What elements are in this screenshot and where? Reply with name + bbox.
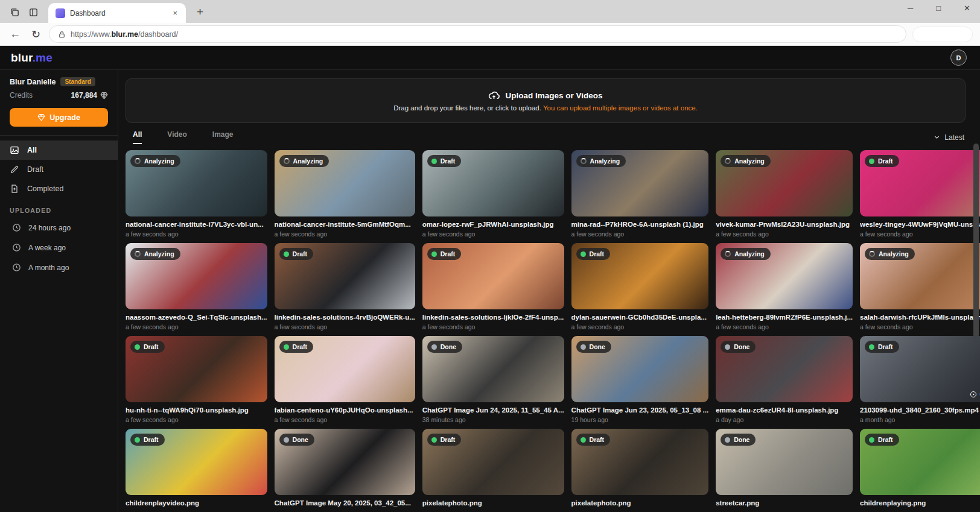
media-filename: linkedin-sales-solutions-4rvBjoQWERk-u..… xyxy=(275,314,415,321)
media-card[interactable]: Draft pixelatephoto.png xyxy=(422,429,564,512)
media-thumbnail[interactable]: Draft xyxy=(571,429,709,495)
scrollbar-thumb[interactable] xyxy=(973,144,979,338)
window-minimize-button[interactable]: ─ xyxy=(904,2,917,14)
media-card[interactable]: Analyzing national-cancer-institute-5mGm… xyxy=(275,150,415,238)
media-card[interactable]: Done ChatGPT Image Jun 24, 2025, 11_55_4… xyxy=(422,336,564,423)
media-thumbnail[interactable]: Draft xyxy=(422,429,564,495)
media-thumbnail[interactable]: Draft xyxy=(126,429,267,495)
sort-label: Latest xyxy=(944,133,964,142)
status-dot-icon xyxy=(284,437,289,443)
status-badge: Draft xyxy=(865,155,899,167)
media-card[interactable]: Analyzing naassom-azevedo-Q_Sei-TqSlc-un… xyxy=(126,243,267,330)
vertical-tabs-icon[interactable] xyxy=(28,7,39,17)
media-filename: ChatGPT Image Jun 23, 2025, 05_13_08 ... xyxy=(571,406,709,414)
media-card[interactable]: Analyzing vivek-kumar-PrwMsl2A23U-unspla… xyxy=(716,150,853,238)
upgrade-button[interactable]: Upgrade xyxy=(10,108,108,127)
tab-image[interactable]: Image xyxy=(212,130,234,144)
media-thumbnail[interactable]: Analyzing xyxy=(275,150,415,216)
media-thumbnail[interactable]: Done xyxy=(716,429,853,495)
sidebar-item-draft[interactable]: Draft xyxy=(0,160,118,179)
media-thumbnail[interactable]: Draft 01:00 xyxy=(860,336,980,402)
media-card[interactable]: Draft hu-nh-ti-n--tqWA9hQi70-unsplash.jp… xyxy=(126,336,267,423)
status-badge: Analyzing xyxy=(130,248,180,260)
tab-close-icon[interactable]: × xyxy=(170,8,180,17)
media-card[interactable]: Draft wesley-tingey-4WUwF9jVqMU-unsplash… xyxy=(860,150,980,238)
media-thumbnail[interactable]: Draft xyxy=(275,336,415,402)
media-card[interactable]: Analyzing national-cancer-institute-i7VL… xyxy=(126,150,267,238)
window-maximize-button[interactable]: □ xyxy=(932,2,944,14)
media-card[interactable]: Done ChatGPT Image Jun 23, 2025, 05_13_0… xyxy=(571,336,709,423)
sidebar-divider xyxy=(0,135,118,136)
window-close-button[interactable]: ✕ xyxy=(960,2,974,14)
media-card[interactable]: Draft linkedin-sales-solutions-4rvBjoQWE… xyxy=(275,243,415,330)
status-dot-icon xyxy=(431,437,437,443)
address-bar[interactable]: https://www.blur.me/dashboard/ xyxy=(49,25,906,43)
media-thumbnail[interactable]: Draft xyxy=(860,429,980,495)
media-thumbnail[interactable]: Analyzing xyxy=(716,150,853,216)
media-thumbnail[interactable]: Draft xyxy=(275,243,415,309)
reload-button[interactable]: ↻ xyxy=(29,28,43,41)
media-card[interactable]: Draft fabian-centeno-uY60pJUHqOo-unsplas… xyxy=(275,336,415,423)
workspaces-icon[interactable] xyxy=(10,7,20,17)
plan-badge: Standard xyxy=(60,77,95,86)
media-thumbnail[interactable]: Draft xyxy=(422,150,564,216)
media-thumbnail[interactable]: Done xyxy=(275,429,415,495)
status-badge: Done xyxy=(576,341,611,353)
media-card[interactable]: Analyzing mina-rad--P7kHROe-6A-unsplash … xyxy=(571,150,709,238)
media-card[interactable]: Draft omar-lopez-rwF_pJRWhAI-unsplash.jp… xyxy=(422,150,564,238)
uploaded-filter-item[interactable]: A week ago xyxy=(0,238,118,258)
media-card[interactable]: Done streetcar.png xyxy=(716,429,853,512)
media-thumbnail[interactable]: Analyzing xyxy=(571,150,709,216)
blurme-logo[interactable]: blur.me xyxy=(11,51,52,65)
media-card[interactable]: Draft childrenplaying.png xyxy=(860,429,980,512)
avatar[interactable]: D xyxy=(950,49,967,66)
browser-toolbar-pill[interactable] xyxy=(912,27,973,42)
sort-dropdown[interactable]: Latest xyxy=(933,133,964,142)
media-thumbnail[interactable]: Analyzing xyxy=(126,150,267,216)
browser-tab-title: Dashboard xyxy=(70,9,165,17)
media-card[interactable]: Draft dylan-sauerwein-GCb0hd35DeE-unspla… xyxy=(571,243,709,330)
upload-dropzone[interactable]: Upload Images or Videos Drag and drop yo… xyxy=(126,78,966,123)
media-thumbnail[interactable]: Draft xyxy=(126,336,267,402)
media-upload-time: a few seconds ago xyxy=(275,323,415,330)
media-thumbnail[interactable]: Done xyxy=(571,336,709,402)
status-badge: Draft xyxy=(427,155,462,167)
media-card[interactable]: Draft linkedin-sales-solutions-ljklOe-2f… xyxy=(422,243,564,330)
browser-tab[interactable]: Dashboard × xyxy=(48,3,186,23)
browser-toolbar: ← ↻ https://www.blur.me/dashboard/ xyxy=(0,23,980,46)
media-upload-time: a few seconds ago xyxy=(126,416,267,423)
media-upload-time: a few seconds ago xyxy=(126,230,267,238)
uploaded-filter-item[interactable]: 24 hours ago xyxy=(0,218,118,238)
sidebar-item-completed[interactable]: Completed xyxy=(0,179,118,198)
media-thumbnail[interactable]: Done xyxy=(422,336,564,402)
credits-value: 167,884 xyxy=(71,91,108,100)
page-scrollbar[interactable] xyxy=(973,70,979,512)
media-card[interactable]: Draft pixelatephoto.png xyxy=(571,429,709,512)
media-thumbnail[interactable]: Analyzing xyxy=(716,243,853,309)
media-thumbnail[interactable]: Draft xyxy=(860,150,980,216)
uploaded-filter-item[interactable]: A month ago xyxy=(0,258,118,277)
media-thumbnail[interactable]: Analyzing xyxy=(860,243,980,309)
media-thumbnail[interactable]: Done xyxy=(716,336,853,402)
site-favicon xyxy=(56,8,65,18)
new-tab-button[interactable]: + xyxy=(192,5,208,19)
status-badge: Draft xyxy=(279,248,314,260)
tab-all[interactable]: All xyxy=(133,130,142,144)
sidebar-item-all[interactable]: All xyxy=(0,141,118,160)
media-card[interactable]: Draft childrenplayvideo.png xyxy=(126,429,267,512)
media-card[interactable]: Analyzing leah-hetteberg-89lvmRZfP6E-uns… xyxy=(716,243,853,330)
media-card[interactable]: Draft 01:00 2103099-uhd_3840_2160_30fps.… xyxy=(860,336,980,423)
media-upload-time: a few seconds ago xyxy=(275,230,415,238)
tab-video[interactable]: Video xyxy=(167,130,186,144)
media-thumbnail[interactable]: Analyzing xyxy=(126,243,267,309)
media-thumbnail[interactable]: Draft xyxy=(422,243,564,309)
media-card[interactable]: Analyzing salah-darwish-rfcUPkJfMIs-unsp… xyxy=(860,243,980,330)
status-badge: Analyzing xyxy=(279,155,329,167)
media-card[interactable]: Done emma-dau-zc6ezUR4-8I-unsplash.jpg a… xyxy=(716,336,853,423)
back-button[interactable]: ← xyxy=(7,28,23,40)
media-upload-time: 38 minutes ago xyxy=(422,416,564,423)
media-filename: pixelatephoto.png xyxy=(422,499,564,507)
media-thumbnail[interactable]: Draft xyxy=(571,243,709,309)
media-card[interactable]: Done ChatGPT Image May 20, 2025, 03_42_0… xyxy=(275,429,415,512)
status-dot-icon xyxy=(581,251,586,257)
